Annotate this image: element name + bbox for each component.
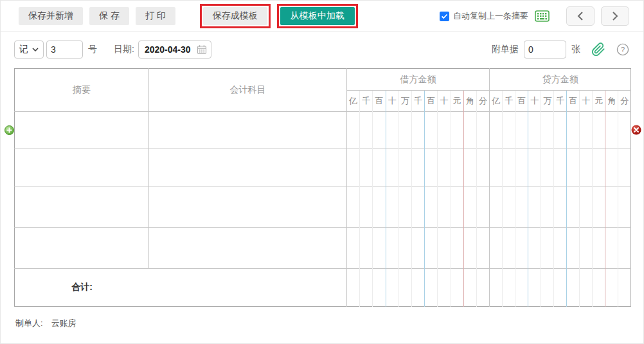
print-button[interactable]: 打 印 [136,7,175,25]
summary-cell[interactable] [15,228,149,269]
credit-digit-cell[interactable] [528,228,541,269]
credit-digit-cell[interactable] [593,228,605,269]
credit-digit-cell[interactable] [618,112,631,149]
credit-digit-cell[interactable] [490,228,503,269]
credit-digit-cell[interactable] [567,186,580,228]
credit-digit-cell[interactable] [503,186,515,228]
debit-digit-cell[interactable] [373,186,386,228]
credit-digit-cell[interactable] [541,186,554,228]
credit-digit-cell[interactable] [554,112,567,149]
next-voucher-button[interactable] [601,6,629,26]
subject-cell[interactable] [149,228,347,269]
credit-digit-cell[interactable] [605,186,618,228]
credit-digit-cell[interactable] [580,186,593,228]
paperclip-icon[interactable] [591,42,605,57]
debit-digit-cell[interactable] [425,149,438,186]
credit-digit-cell[interactable] [503,112,515,149]
debit-digit-cell[interactable] [463,186,476,228]
debit-digit-cell[interactable] [451,186,463,228]
debit-digit-cell[interactable] [438,112,451,149]
debit-digit-cell[interactable] [463,112,476,149]
debit-digit-cell[interactable] [398,228,411,269]
save-as-template-button[interactable]: 保存成模板 [203,7,267,25]
voucher-type-select[interactable]: 记 [14,41,44,59]
auto-copy-checkbox[interactable] [440,12,449,21]
debit-digit-cell[interactable] [373,112,386,149]
plus-circle-icon[interactable] [4,125,14,135]
debit-digit-cell[interactable] [360,149,373,186]
credit-digit-cell[interactable] [515,228,528,269]
debit-digit-cell[interactable] [347,228,360,269]
load-from-template-button[interactable]: 从模板中加载 [280,7,355,25]
debit-digit-cell[interactable] [425,112,438,149]
credit-digit-cell[interactable] [515,112,528,149]
debit-digit-cell[interactable] [411,228,424,269]
credit-digit-cell[interactable] [593,112,605,149]
credit-digit-cell[interactable] [554,228,567,269]
credit-digit-cell[interactable] [554,149,567,186]
credit-digit-cell[interactable] [541,228,554,269]
credit-digit-cell[interactable] [593,186,605,228]
credit-digit-cell[interactable] [605,228,618,269]
credit-digit-cell[interactable] [567,228,580,269]
debit-digit-cell[interactable] [463,228,476,269]
debit-digit-cell[interactable] [398,149,411,186]
summary-cell[interactable] [15,186,149,228]
credit-digit-cell[interactable] [528,186,541,228]
debit-digit-cell[interactable] [386,112,398,149]
debit-digit-cell[interactable] [438,149,451,186]
credit-digit-cell[interactable] [503,149,515,186]
credit-digit-cell[interactable] [554,186,567,228]
credit-digit-cell[interactable] [567,112,580,149]
debit-digit-cell[interactable] [373,149,386,186]
debit-digit-cell[interactable] [476,112,489,149]
credit-digit-cell[interactable] [541,112,554,149]
debit-digit-cell[interactable] [347,149,360,186]
save-and-new-button[interactable]: 保存并新增 [19,7,83,25]
credit-digit-cell[interactable] [567,149,580,186]
debit-digit-cell[interactable] [438,228,451,269]
debit-digit-cell[interactable] [476,149,489,186]
credit-digit-cell[interactable] [503,228,515,269]
debit-digit-cell[interactable] [360,228,373,269]
debit-digit-cell[interactable] [411,149,424,186]
credit-digit-cell[interactable] [490,186,503,228]
debit-digit-cell[interactable] [463,149,476,186]
debit-digit-cell[interactable] [451,149,463,186]
debit-digit-cell[interactable] [347,186,360,228]
summary-cell[interactable] [15,112,149,149]
credit-digit-cell[interactable] [593,149,605,186]
credit-digit-cell[interactable] [528,149,541,186]
debit-digit-cell[interactable] [411,186,424,228]
credit-digit-cell[interactable] [580,112,593,149]
summary-cell[interactable] [15,149,149,186]
credit-digit-cell[interactable] [618,186,631,228]
credit-digit-cell[interactable] [515,186,528,228]
debit-digit-cell[interactable] [425,228,438,269]
keyboard-icon[interactable] [535,10,550,22]
credit-digit-cell[interactable] [515,149,528,186]
debit-digit-cell[interactable] [360,112,373,149]
debit-digit-cell[interactable] [438,186,451,228]
debit-digit-cell[interactable] [398,186,411,228]
debit-digit-cell[interactable] [386,149,398,186]
credit-digit-cell[interactable] [580,228,593,269]
question-circle-icon[interactable]: ? [616,43,629,56]
date-picker[interactable]: 2020-04-30 [138,41,211,59]
credit-digit-cell[interactable] [528,112,541,149]
debit-digit-cell[interactable] [451,228,463,269]
credit-digit-cell[interactable] [618,149,631,186]
credit-digit-cell[interactable] [490,149,503,186]
debit-digit-cell[interactable] [476,228,489,269]
subject-cell[interactable] [149,149,347,186]
debit-digit-cell[interactable] [476,186,489,228]
debit-digit-cell[interactable] [451,112,463,149]
save-button[interactable]: 保 存 [89,7,129,25]
credit-digit-cell[interactable] [490,112,503,149]
delete-circle-icon[interactable] [631,125,641,135]
debit-digit-cell[interactable] [347,112,360,149]
debit-digit-cell[interactable] [373,228,386,269]
debit-digit-cell[interactable] [398,112,411,149]
debit-digit-cell[interactable] [386,228,398,269]
debit-digit-cell[interactable] [360,186,373,228]
